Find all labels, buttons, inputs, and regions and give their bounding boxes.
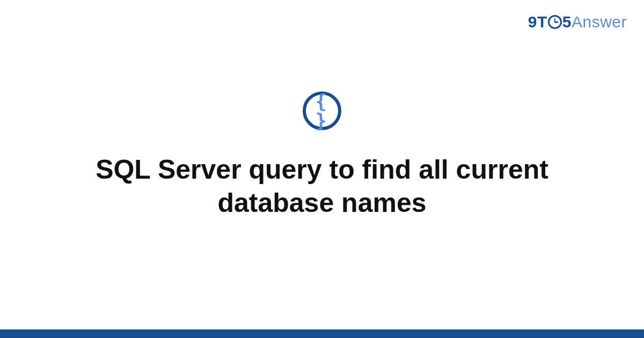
logo-five: 5 (562, 13, 572, 31)
code-braces-icon: { } (306, 91, 338, 130)
brand-logo[interactable]: 9 T 5 Answer (528, 13, 627, 31)
page-title: SQL Server query to find all current dat… (80, 152, 564, 219)
logo-t: T (537, 13, 547, 31)
footer-accent-bar (0, 329, 644, 338)
logo-nine: 9 (528, 13, 537, 31)
content-area: { } SQL Server query to find all current… (0, 91, 644, 219)
category-badge: { } (303, 91, 341, 130)
clock-icon (548, 15, 562, 29)
logo-answer: Answer (572, 13, 627, 31)
